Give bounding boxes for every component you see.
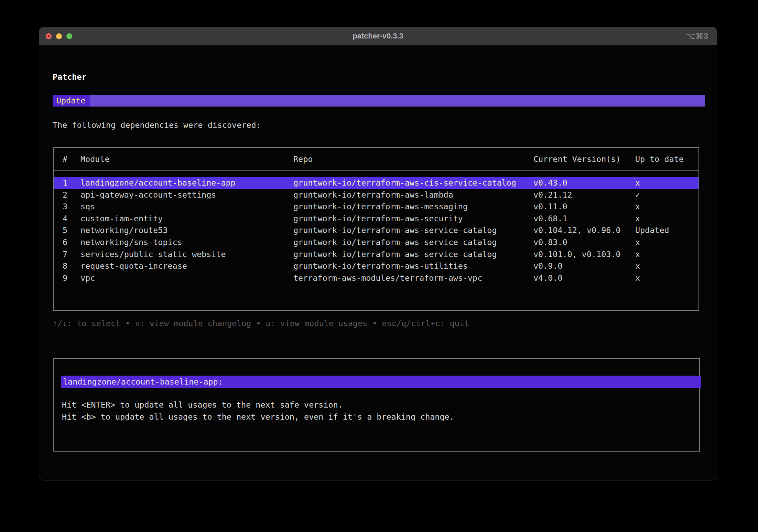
instruction-line: Hit <ENTER> to update all usages to the … (62, 399, 454, 411)
row-versions: v0.21.12 (533, 189, 635, 201)
row-number: 8 (63, 260, 80, 272)
row-versions: v0.104.12, v0.96.0 (533, 224, 635, 236)
table-header: # Module Repo Current Version(s) Up to d… (54, 148, 699, 171)
row-status: x (635, 213, 699, 225)
row-repo: gruntwork-io/terraform-aws-service-catal… (293, 248, 533, 261)
table-row[interactable]: 8 request-quota-increase gruntwork-io/te… (54, 260, 699, 272)
row-module: custom-iam-entity (80, 213, 293, 225)
tab-update[interactable]: Update (53, 95, 90, 107)
col-versions: Current Version(s) (533, 148, 635, 170)
row-versions: v0.9.0 (533, 260, 635, 272)
table-row[interactable]: 7 services/public-static-website gruntwo… (54, 248, 699, 261)
row-module: landingzone/account-baseline-app (80, 177, 293, 189)
row-number: 5 (63, 224, 80, 236)
row-module: sqs (80, 201, 293, 213)
row-module: networking/route53 (80, 224, 293, 236)
col-number: # (63, 148, 80, 170)
row-versions: v0.68.1 (533, 213, 635, 225)
row-repo: gruntwork-io/terraform-aws-security (293, 213, 533, 225)
table-row[interactable]: 6 networking/sns-topics gruntwork-io/ter… (54, 236, 699, 248)
close-button[interactable] (46, 33, 52, 39)
table-row[interactable]: 5 networking/route53 gruntwork-io/terraf… (54, 224, 699, 236)
row-repo: terraform-aws-modules/terraform-aws-vpc (293, 272, 533, 284)
zoom-button[interactable] (66, 33, 72, 39)
row-number: 6 (63, 236, 80, 248)
terminal-content: Patcher Update The following dependencie… (39, 45, 717, 480)
row-number: 4 (63, 213, 80, 225)
row-number: 7 (63, 248, 80, 261)
table-row[interactable]: 3 sqs gruntwork-io/terraform-aws-messagi… (54, 201, 699, 213)
table-row[interactable]: 2 api-gateway-account-settings gruntwork… (54, 189, 699, 201)
row-module: services/public-static-website (80, 248, 293, 261)
row-number: 3 (63, 201, 80, 213)
row-versions: v0.43.0 (533, 177, 635, 189)
row-number: 9 (63, 272, 80, 284)
row-versions: v0.83.0 (533, 236, 635, 248)
row-status: x (635, 236, 699, 248)
row-module: networking/sns-topics (80, 236, 293, 248)
traffic-lights (39, 33, 72, 39)
row-status: x (635, 272, 699, 284)
col-status: Up to date (635, 148, 699, 170)
row-number: 2 (63, 189, 80, 201)
row-versions: v0.101.0, v0.103.0 (533, 248, 635, 261)
terminal-window: patcher-v0.3.3 ⌥⌘3 Patcher Update The fo… (39, 27, 717, 480)
dependencies-table: # Module Repo Current Version(s) Up to d… (53, 147, 699, 311)
tab-bar: Update (53, 95, 705, 107)
keybinding-help: ↑/↓: to select • v: view module changelo… (53, 318, 469, 329)
desktop: patcher-v0.3.3 ⌥⌘3 Patcher Update The fo… (0, 0, 758, 532)
row-versions: v4.0.0 (533, 272, 635, 284)
row-status: Updated (635, 224, 699, 236)
table-rows: 1 landingzone/account-baseline-app grunt… (54, 171, 699, 284)
detail-panel: landingzone/account-baseline-app: Hit <E… (53, 358, 700, 452)
row-module: api-gateway-account-settings (80, 189, 293, 201)
row-module: vpc (80, 272, 293, 284)
titlebar: patcher-v0.3.3 ⌥⌘3 (39, 27, 717, 45)
row-repo: gruntwork-io/terraform-aws-service-catal… (293, 224, 533, 236)
table-row[interactable]: 9 vpc terraform-aws-modules/terraform-aw… (54, 272, 699, 284)
col-repo: Repo (293, 148, 533, 170)
row-number: 1 (63, 177, 80, 189)
tab-shortcut-badge: ⌥⌘3 (686, 32, 717, 41)
row-repo: gruntwork-io/terraform-aws-utilities (293, 260, 533, 272)
row-repo: gruntwork-io/terraform-aws-messaging (293, 201, 533, 213)
row-status: x (635, 201, 699, 213)
window-title: patcher-v0.3.3 (39, 32, 717, 41)
row-repo: gruntwork-io/terraform-aws-lambda (293, 189, 533, 201)
selected-module-header: landingzone/account-baseline-app: (61, 376, 701, 388)
row-status: ✓ (635, 189, 699, 201)
detail-instructions: Hit <ENTER> to update all usages to the … (62, 399, 454, 423)
row-status: x (635, 248, 699, 261)
table-row[interactable]: 1 landingzone/account-baseline-app grunt… (54, 177, 699, 189)
row-repo: gruntwork-io/terraform-aws-cis-service-c… (293, 177, 533, 189)
minimize-button[interactable] (56, 33, 62, 39)
instruction-line: Hit <b> to update all usages to the next… (62, 411, 454, 423)
row-status: x (635, 177, 699, 189)
app-heading: Patcher (53, 71, 87, 83)
intro-text: The following dependencies were discover… (53, 119, 261, 131)
row-module: request-quota-increase (80, 260, 293, 272)
row-repo: gruntwork-io/terraform-aws-service-catal… (293, 236, 533, 248)
row-status: x (635, 260, 699, 272)
table-row[interactable]: 4 custom-iam-entity gruntwork-io/terrafo… (54, 213, 699, 225)
col-module: Module (80, 148, 293, 170)
row-versions: v0.11.0 (533, 201, 635, 213)
